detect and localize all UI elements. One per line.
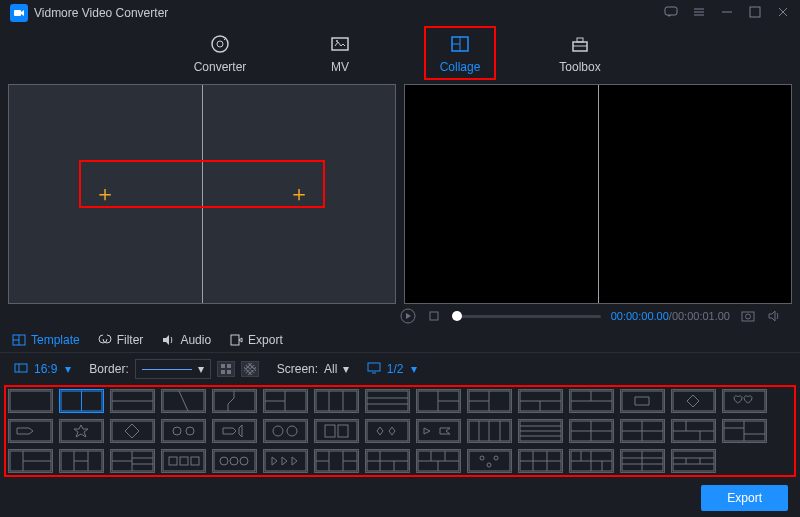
minimize-icon[interactable]	[720, 5, 734, 22]
svg-rect-43	[214, 421, 255, 441]
svg-rect-16	[15, 364, 27, 372]
template-item[interactable]	[8, 389, 53, 413]
svg-rect-50	[367, 421, 408, 441]
template-item[interactable]	[212, 449, 257, 473]
app-logo	[10, 4, 28, 22]
template-item[interactable]	[161, 449, 206, 473]
tab-template[interactable]: Template	[12, 333, 80, 347]
template-item[interactable]	[314, 449, 359, 473]
template-item[interactable]	[365, 389, 410, 413]
nav-toolbox-label: Toolbox	[559, 60, 600, 74]
aspect-ratio-dropdown[interactable]: 16:9 ▾	[14, 361, 71, 378]
template-item[interactable]	[416, 389, 461, 413]
template-item[interactable]	[722, 389, 767, 413]
border-color-button[interactable]	[217, 361, 235, 377]
template-item[interactable]	[8, 449, 53, 473]
svg-point-76	[487, 463, 491, 467]
template-item[interactable]	[110, 389, 155, 413]
template-item[interactable]	[365, 419, 410, 443]
template-item[interactable]	[671, 419, 716, 443]
border-pattern-button[interactable]	[241, 361, 259, 377]
template-item[interactable]	[161, 389, 206, 413]
menu-icon[interactable]	[692, 5, 706, 22]
template-item[interactable]	[722, 419, 767, 443]
template-item[interactable]	[59, 389, 104, 413]
template-item[interactable]	[263, 449, 308, 473]
tab-filter[interactable]: Filter	[98, 333, 144, 347]
screen-group: Screen: All ▾	[277, 362, 349, 376]
svg-point-6	[336, 40, 338, 42]
export-icon	[229, 333, 243, 347]
template-item[interactable]	[569, 389, 614, 413]
close-icon[interactable]	[776, 5, 790, 22]
template-item[interactable]	[671, 449, 716, 473]
snapshot-button[interactable]	[740, 308, 756, 324]
template-item[interactable]	[212, 389, 257, 413]
audio-icon	[161, 333, 175, 347]
template-item[interactable]	[8, 419, 53, 443]
nav-collage-label: Collage	[440, 60, 481, 74]
template-item[interactable]	[314, 389, 359, 413]
svg-point-4	[217, 41, 223, 47]
border-style-dropdown[interactable]: ▾	[135, 359, 211, 379]
svg-rect-80	[673, 451, 714, 471]
border-preview	[142, 369, 192, 370]
time-current: 00:00:00.00	[611, 310, 669, 322]
svg-rect-17	[221, 364, 225, 368]
svg-point-66	[220, 457, 228, 465]
template-item[interactable]	[416, 419, 461, 443]
volume-button[interactable]	[766, 308, 782, 324]
edit-slot-left[interactable]: ＋	[9, 85, 203, 303]
template-item[interactable]	[620, 419, 665, 443]
screen-dropdown[interactable]: All ▾	[324, 362, 349, 376]
template-item[interactable]	[212, 419, 257, 443]
template-item[interactable]	[467, 389, 512, 413]
template-item[interactable]	[569, 419, 614, 443]
export-button[interactable]: Export	[701, 485, 788, 511]
template-item[interactable]	[263, 389, 308, 413]
chevron-down-icon: ▾	[343, 362, 349, 376]
template-item[interactable]	[518, 389, 563, 413]
chevron-down-icon: ▾	[198, 362, 204, 376]
template-item[interactable]	[518, 449, 563, 473]
template-item[interactable]	[569, 449, 614, 473]
play-button[interactable]	[400, 308, 416, 324]
edit-slot-right[interactable]: ＋	[203, 85, 396, 303]
tab-audio[interactable]: Audio	[161, 333, 211, 347]
svg-rect-62	[169, 457, 177, 465]
nav-converter-label: Converter	[194, 60, 247, 74]
template-item[interactable]	[110, 419, 155, 443]
preview-scale-dropdown[interactable]: 1/2 ▾	[367, 361, 418, 378]
template-item[interactable]	[671, 389, 716, 413]
maximize-icon[interactable]	[748, 5, 762, 22]
template-item[interactable]	[416, 449, 461, 473]
template-item[interactable]	[518, 419, 563, 443]
template-item[interactable]	[59, 449, 104, 473]
template-item[interactable]	[620, 449, 665, 473]
svg-rect-48	[325, 425, 335, 437]
template-item[interactable]	[110, 449, 155, 473]
template-item[interactable]	[263, 419, 308, 443]
tab-export[interactable]: Export	[229, 333, 283, 347]
template-item[interactable]	[467, 449, 512, 473]
playbar: 00:00:00.00/00:00:01.00	[390, 304, 792, 328]
nav-mv[interactable]: MV	[310, 32, 370, 74]
template-item[interactable]	[161, 419, 206, 443]
svg-point-46	[287, 426, 297, 436]
stop-button[interactable]	[426, 308, 442, 324]
border-label: Border:	[89, 362, 128, 376]
template-item[interactable]	[467, 419, 512, 443]
svg-point-13	[746, 314, 751, 319]
svg-rect-34	[622, 391, 663, 411]
nav-collage[interactable]: Collage	[430, 32, 490, 74]
template-item[interactable]	[314, 419, 359, 443]
svg-rect-20	[227, 370, 231, 374]
template-item[interactable]	[620, 389, 665, 413]
feedback-icon[interactable]	[664, 5, 678, 22]
template-item[interactable]	[59, 419, 104, 443]
nav-toolbox[interactable]: Toolbox	[550, 32, 610, 74]
seek-slider[interactable]	[452, 315, 601, 318]
nav-converter[interactable]: Converter	[190, 32, 250, 74]
template-item[interactable]	[365, 449, 410, 473]
seek-thumb[interactable]	[452, 311, 462, 321]
